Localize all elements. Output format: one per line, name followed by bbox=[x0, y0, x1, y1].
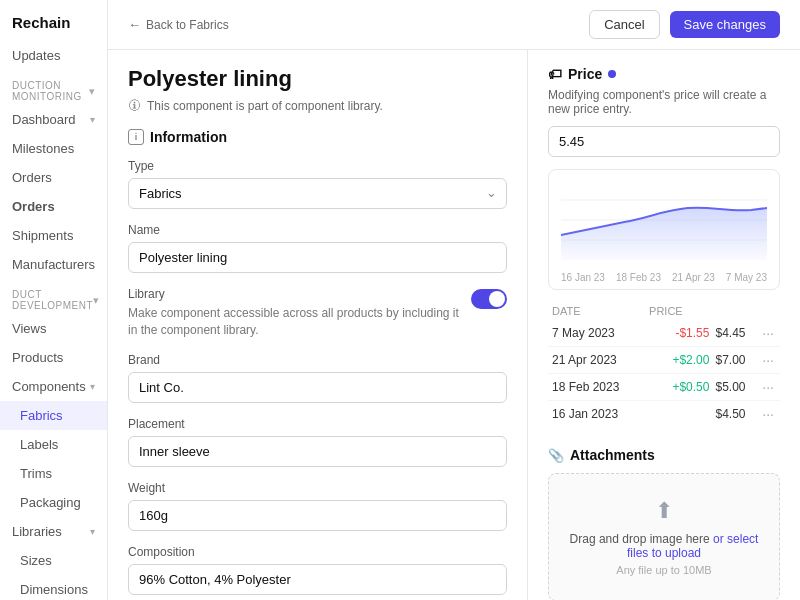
paperclip-icon: 📎 bbox=[548, 448, 564, 463]
sidebar-item-orders[interactable]: Orders bbox=[0, 192, 107, 221]
price-change-badge: +$2.00 bbox=[672, 353, 709, 367]
placement-field: Placement bbox=[128, 417, 507, 467]
table-row: 21 Apr 2023+$2.00$7.00··· bbox=[548, 347, 780, 374]
library-field: Library Make component accessible across… bbox=[128, 287, 507, 339]
price-table: DATE PRICE 7 May 2023-$1.55$4.45···21 Ap… bbox=[548, 302, 780, 427]
type-select[interactable]: Fabrics bbox=[128, 178, 507, 209]
chevron-down-icon: ▾ bbox=[90, 381, 95, 392]
sidebar-item-views[interactable]: Views bbox=[0, 314, 107, 343]
sidebar-item-components[interactable]: Components ▾ bbox=[0, 372, 107, 401]
left-panel: Polyester lining 🛈 This component is par… bbox=[108, 50, 528, 600]
attachments-heading: 📎 Attachments bbox=[548, 447, 780, 463]
price-date-cell: 16 Jan 2023 bbox=[548, 401, 645, 428]
price-dot-indicator bbox=[608, 70, 616, 78]
table-row: 7 May 2023-$1.55$4.45··· bbox=[548, 320, 780, 347]
library-description: Make component accessible across all pro… bbox=[128, 305, 459, 339]
save-button[interactable]: Save changes bbox=[670, 11, 780, 38]
type-select-wrapper: Fabrics bbox=[128, 178, 507, 209]
price-input[interactable] bbox=[548, 126, 780, 157]
price-section: 🏷 Price Modifying component's price will… bbox=[548, 66, 780, 427]
composition-label: Composition bbox=[128, 545, 507, 559]
cancel-button[interactable]: Cancel bbox=[589, 10, 659, 39]
sidebar-section-development: DUCT DEVELOPMENT ▾ bbox=[0, 283, 107, 314]
back-arrow-icon: ← bbox=[128, 17, 141, 32]
price-value-cell: $4.50 bbox=[645, 401, 749, 428]
row-options-button[interactable]: ··· bbox=[760, 325, 776, 341]
back-link[interactable]: ← Back to Fabrics bbox=[128, 17, 229, 32]
library-toggle[interactable] bbox=[471, 289, 507, 309]
date-column-header: DATE bbox=[548, 302, 645, 320]
price-heading: 🏷 Price bbox=[548, 66, 780, 82]
dropzone-text: Drag and drop image here or select files… bbox=[565, 532, 763, 560]
row-options-button[interactable]: ··· bbox=[760, 406, 776, 422]
name-field: Name bbox=[128, 223, 507, 273]
sidebar-item-milestones[interactable]: Milestones bbox=[0, 134, 107, 163]
price-column-header: PRICE bbox=[645, 302, 749, 320]
dropzone-sub-text: Any file up to 10MB bbox=[565, 564, 763, 576]
sidebar-item-orders-sub[interactable]: Orders bbox=[0, 163, 107, 192]
chart-area bbox=[561, 180, 767, 270]
sidebar-item-trims[interactable]: Trims bbox=[0, 459, 107, 488]
page-title: Polyester lining bbox=[128, 66, 507, 92]
sidebar-item-manufacturers[interactable]: Manufacturers bbox=[0, 250, 107, 279]
price-value-cell: +$2.00$7.00 bbox=[645, 347, 749, 374]
right-panel: 🏷 Price Modifying component's price will… bbox=[528, 50, 800, 600]
price-icon: 🏷 bbox=[548, 66, 562, 82]
price-note: Modifying component's price will create … bbox=[548, 88, 780, 116]
name-label: Name bbox=[128, 223, 507, 237]
library-label: Library bbox=[128, 287, 459, 301]
information-heading: i Information bbox=[128, 129, 507, 145]
sidebar-item-libraries[interactable]: Libraries ▾ bbox=[0, 517, 107, 546]
sidebar-item-updates[interactable]: Updates bbox=[0, 41, 107, 70]
table-row: 18 Feb 2023+$0.50$5.00··· bbox=[548, 374, 780, 401]
brand-label: Brand bbox=[128, 353, 507, 367]
price-change-badge: -$1.55 bbox=[675, 326, 709, 340]
info-icon: 🛈 bbox=[128, 98, 141, 113]
sidebar-item-dashboard[interactable]: Dashboard ▾ bbox=[0, 105, 107, 134]
sidebar-item-packaging[interactable]: Packaging bbox=[0, 488, 107, 517]
chevron-down-icon: ▾ bbox=[89, 85, 96, 98]
row-options-button[interactable]: ··· bbox=[760, 352, 776, 368]
placement-input[interactable] bbox=[128, 436, 507, 467]
info-box-icon: i bbox=[128, 129, 144, 145]
brand-input[interactable] bbox=[128, 372, 507, 403]
main-content: ← Back to Fabrics Cancel Save changes Po… bbox=[108, 0, 800, 600]
price-date-cell: 21 Apr 2023 bbox=[548, 347, 645, 374]
sidebar-item-sizes[interactable]: Sizes bbox=[0, 546, 107, 575]
sidebar-item-fabrics[interactable]: Fabrics bbox=[0, 401, 107, 430]
weight-field: Weight bbox=[128, 481, 507, 531]
type-label: Type bbox=[128, 159, 507, 173]
price-chart: 16 Jan 23 18 Feb 23 21 Apr 23 7 May 23 bbox=[548, 169, 780, 290]
composition-input[interactable] bbox=[128, 564, 507, 595]
price-value-cell: -$1.55$4.45 bbox=[645, 320, 749, 347]
upload-icon: ⬆ bbox=[565, 498, 763, 524]
chart-x-labels: 16 Jan 23 18 Feb 23 21 Apr 23 7 May 23 bbox=[561, 272, 767, 283]
price-date-cell: 18 Feb 2023 bbox=[548, 374, 645, 401]
chevron-down-icon: ▾ bbox=[90, 114, 95, 125]
component-notice: 🛈 This component is part of component li… bbox=[128, 98, 507, 113]
sidebar-item-shipments[interactable]: Shipments bbox=[0, 221, 107, 250]
app-logo: Rechain bbox=[0, 0, 107, 41]
sidebar: Rechain Updates DUCTION MONITORING ▾ Das… bbox=[0, 0, 108, 600]
price-change-badge: +$0.50 bbox=[672, 380, 709, 394]
dropzone[interactable]: ⬆ Drag and drop image here or select fil… bbox=[548, 473, 780, 600]
sidebar-item-products[interactable]: Products bbox=[0, 343, 107, 372]
topbar-actions: Cancel Save changes bbox=[589, 10, 780, 39]
type-field: Type Fabrics bbox=[128, 159, 507, 209]
composition-field: Composition bbox=[128, 545, 507, 595]
sidebar-item-labels[interactable]: Labels bbox=[0, 430, 107, 459]
page-content: Polyester lining 🛈 This component is par… bbox=[108, 50, 800, 600]
topbar: ← Back to Fabrics Cancel Save changes bbox=[108, 0, 800, 50]
chart-svg bbox=[561, 180, 767, 260]
sidebar-section-production: DUCTION MONITORING ▾ bbox=[0, 74, 107, 105]
table-row: 16 Jan 2023$4.50··· bbox=[548, 401, 780, 428]
sidebar-item-dimensions[interactable]: Dimensions bbox=[0, 575, 107, 600]
placement-label: Placement bbox=[128, 417, 507, 431]
name-input[interactable] bbox=[128, 242, 507, 273]
row-options-button[interactable]: ··· bbox=[760, 379, 776, 395]
weight-input[interactable] bbox=[128, 500, 507, 531]
toggle-knob bbox=[489, 291, 505, 307]
brand-field: Brand bbox=[128, 353, 507, 403]
chevron-down-icon: ▾ bbox=[90, 526, 95, 537]
price-date-cell: 7 May 2023 bbox=[548, 320, 645, 347]
